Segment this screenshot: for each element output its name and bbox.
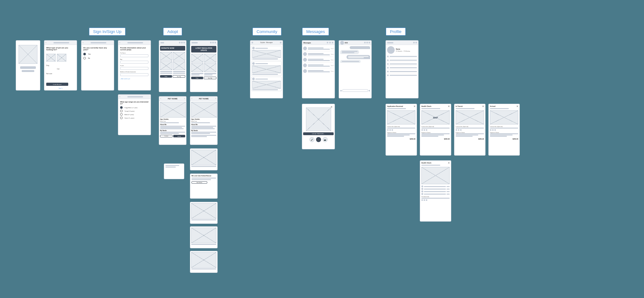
close-btn-2[interactable]: ✕ <box>448 105 450 108</box>
filter-btn[interactable]: Filter <box>165 76 168 77</box>
email-label: E-mail <box>120 65 149 66</box>
signin-screen-4: ‹ Provide information about your current… <box>118 40 151 91</box>
close-btn-1[interactable]: ✕ <box>414 105 416 108</box>
messages-video-screen: ✕ LIVE AI TRANSLATE... 🎤 📞 📷 <box>302 104 335 149</box>
profile-name: Name <box>396 48 417 50</box>
call-end-icon[interactable]: 📞 <box>317 139 319 141</box>
visit-btn[interactable]: Visit Shelter <box>197 182 203 183</box>
additional-label: Additional Details (Optional) <box>120 71 149 73</box>
status-health-check-2: ✕ Health Check <box>420 160 451 222</box>
agerange-title: What age range are you interested in? <box>120 101 149 105</box>
close-btn-4[interactable]: ✕ <box>516 105 519 108</box>
create-account-btn[interactable]: Create Account <box>53 84 61 85</box>
community-screen-1: Explore Messages <box>250 40 283 98</box>
profile-menu-item-5[interactable] <box>387 70 417 73</box>
time-1: Name <box>331 48 334 49</box>
dog-label: Dog <box>46 64 75 66</box>
messages-screen-1: Messages Name Name <box>302 40 335 98</box>
time-2: Name <box>331 53 334 55</box>
myneeds-label: My Needs <box>160 130 185 131</box>
explore-tab[interactable]: Explore <box>260 42 265 43</box>
section-label-profile: Profile <box>386 28 406 36</box>
following-count: 0 Following <box>403 50 410 52</box>
age-label: Age <box>120 58 149 60</box>
adopt-pet-detail-2: ‹ PET NAME › ♡ Age, Gender, Breed, etc. … <box>190 96 218 145</box>
young-option: Young (1-3 years) <box>125 110 135 112</box>
contact-btn[interactable]: Contact <box>164 135 168 137</box>
sort-btn[interactable]: Sort By <box>177 76 181 77</box>
section-label-adopt: Adopt <box>163 28 182 36</box>
pet-name-1: PET NAME <box>162 98 183 100</box>
messages-screen-2: XXX <box>339 40 372 98</box>
adopt-org-card: We Love Cats Animal Rescue Visit Shelter <box>190 174 218 199</box>
profile-menu-item-2[interactable] <box>387 59 417 62</box>
pet-info-label: Age, Gender, <box>160 119 185 120</box>
mic-icon[interactable]: 🎤 <box>311 139 313 141</box>
sortby-btn2[interactable]: Sort By <box>208 77 212 79</box>
section-label-signin: Sign In/Sign Up <box>89 28 125 36</box>
contact-info-label-2: Contact Info (Optional) <box>421 126 450 127</box>
adopt-btn[interactable]: Adopt <box>178 135 181 137</box>
profile-screen-main: Name 0 Followers 0 Following <box>386 40 419 98</box>
health-check-title: Health Check <box>421 105 450 107</box>
adopt-blank-card <box>164 163 184 179</box>
time-3: Name <box>331 59 334 61</box>
haspets-title: Do you currently have any pets? <box>83 47 112 51</box>
pet-name-2: PET NAME <box>193 98 214 100</box>
notsure-label: Not sure <box>46 73 75 74</box>
adult-option: Adult (3-7 years) <box>125 114 134 115</box>
adopt-screen-2: LATEST REGULATION UPDATE Filter Sort By <box>190 40 218 92</box>
pet-breed-label-2: Breed, etc. <box>191 120 216 122</box>
status-health-check: ✕ Health Check MAP Contact Info (Optiona… <box>420 104 451 156</box>
myneeds-label-2: My Needs <box>191 130 216 131</box>
puppy-option: Puppy/Kitten (< 1 year) <box>125 107 137 108</box>
close-btn-3[interactable]: ✕ <box>482 105 484 108</box>
signin-screen-5: ‹ What age range are you interested in? … <box>118 94 151 135</box>
contact-info-label-4: Contact Info (Optional) <box>490 126 518 127</box>
messages-tab-community[interactable]: Messages <box>266 42 273 43</box>
vet-label: Vet (Optional) <box>421 196 450 197</box>
profile-menu-item-4[interactable] <box>387 66 417 69</box>
no-option: No <box>88 57 90 59</box>
status-arrived: ✕ Arrived Contact Info (Optional) Paymen… <box>488 104 520 156</box>
adopt-feed-card-1 <box>190 148 218 170</box>
section-label-messages: Messages <box>302 28 329 36</box>
donate-title: DONATE NOW <box>161 47 184 49</box>
adopt-pet-detail-1: ‹ PET NAME › ♡ Age, Gender, Breed, etc. … <box>159 96 186 145</box>
add-another-link[interactable]: + Add another pet <box>120 78 149 80</box>
aboutme-label: About Me <box>160 124 185 125</box>
adopt-feed-card-3 <box>190 226 218 248</box>
close-btn-5[interactable]: ✕ <box>448 162 450 164</box>
profile-menu-item-3[interactable] <box>387 63 417 66</box>
status-application-received: ✕ Application Received Contact Info (Opt… <box>386 104 417 156</box>
in-transit-title: In Transit <box>456 105 484 107</box>
total-2: $250.00 <box>444 138 450 140</box>
signin-screen-3: ‹ Do you currently have any pets? Yes No <box>81 40 114 91</box>
adopt-screen-1: DONATE NOW Filter Sort By <box>159 40 186 92</box>
total-1: $250.00 <box>410 138 415 140</box>
time-4: Name <box>331 65 334 66</box>
signin-screen-1 <box>16 40 40 91</box>
cat-label: Cat <box>57 68 75 70</box>
total-4: $250.00 <box>513 138 518 140</box>
profile-menu-item[interactable] <box>387 55 417 58</box>
signin-screen-2: ‹ What type of pet are you looking for? … <box>44 40 77 91</box>
messages-title: Messages <box>303 42 311 44</box>
aboutme-label-2: About Me <box>191 124 216 125</box>
senior-option: Senior (7+ years) <box>125 117 134 119</box>
regulation-title: LATEST REGULATION UPDATE <box>192 47 215 51</box>
arrived-title: Arrived <box>490 105 518 107</box>
profile-menu-item-6[interactable] <box>387 74 417 77</box>
signin-link[interactable]: Sign In <box>46 87 75 89</box>
filter-btn2[interactable]: Filter <box>196 77 199 79</box>
translation-label: LIVE AI TRANSLATE... <box>304 133 332 135</box>
contact-info-label-1: Contact Info (Optional) <box>387 126 415 127</box>
camera-icon[interactable]: 📷 <box>324 139 326 141</box>
pet-breed-label: Breed, etc. <box>160 120 185 122</box>
petinfo-title: Provide information about your current p… <box>120 47 149 51</box>
time-5: Name <box>331 70 334 72</box>
signin-title: What type of pet are you looking for? <box>46 47 75 51</box>
chat-username: XXX <box>345 42 348 44</box>
petname-label: Pet Name <box>120 52 149 54</box>
adopt-feed-card-2 <box>190 202 218 224</box>
